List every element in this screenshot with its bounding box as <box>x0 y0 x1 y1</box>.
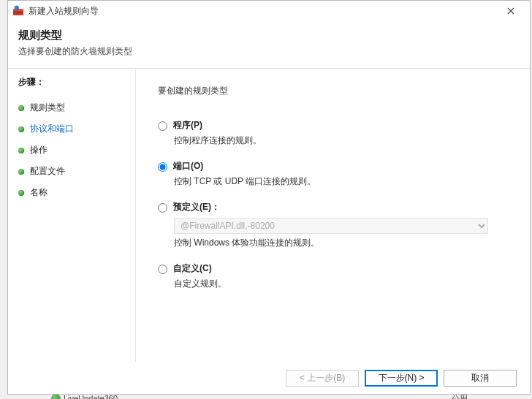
step-name[interactable]: 名称 <box>18 182 131 203</box>
content-panel: 要创建的规则类型 程序(P) 控制程序连接的规则。 端口(O) 控制 TCP 或… <box>136 69 530 362</box>
step-label: 规则类型 <box>30 102 65 114</box>
back-button-label: < 上一步(B) <box>300 372 345 384</box>
step-rule-type[interactable]: 规则类型 <box>18 97 131 118</box>
firewall-icon <box>12 5 24 17</box>
radio-predefined[interactable] <box>158 203 167 213</box>
background-row-label: LiveUpdate360 <box>64 394 118 399</box>
option-port: 端口(O) 控制 TCP 或 UDP 端口连接的规则。 <box>158 160 508 188</box>
wizard-footer: < 上一步(B) 下一步(N) > 取消 <box>8 362 530 394</box>
next-button[interactable]: 下一步(N) > <box>365 370 438 387</box>
bullet-icon <box>18 148 24 153</box>
steps-title: 步骤： <box>18 76 131 88</box>
wizard-window: 新建入站规则向导 规则类型 选择要创建的防火墙规则类型 步骤： 规则类型 协议和… <box>7 0 531 395</box>
bullet-icon <box>18 190 24 196</box>
steps-list: 规则类型 协议和端口 操作 配置文件 名称 <box>18 97 131 203</box>
next-button-label: 下一步(N) > <box>379 372 425 384</box>
step-label: 操作 <box>30 144 48 156</box>
step-protocol-port[interactable]: 协议和端口 <box>18 118 131 140</box>
predefined-select: @FirewallAPI.dll,-80200 <box>174 218 488 234</box>
wizard-header: 规则类型 选择要创建的防火墙规则类型 <box>8 21 530 69</box>
page-title: 规则类型 <box>18 28 520 42</box>
option-program: 程序(P) 控制程序连接的规则。 <box>158 119 508 147</box>
cancel-button-label: 取消 <box>471 372 489 384</box>
bullet-icon <box>18 105 24 111</box>
option-predefined: 预定义(E)： @FirewallAPI.dll,-80200 控制 Windo… <box>158 201 508 249</box>
step-action[interactable]: 操作 <box>18 140 131 161</box>
option-custom: 自定义(C) 自定义规则。 <box>158 262 508 290</box>
step-label: 配置文件 <box>30 165 65 178</box>
option-desc: 自定义规则。 <box>174 278 508 290</box>
option-label[interactable]: 端口(O) <box>173 160 203 172</box>
radio-custom[interactable] <box>158 265 167 274</box>
option-label[interactable]: 程序(P) <box>173 119 202 132</box>
page-subtitle: 选择要创建的防火墙规则类型 <box>18 45 520 58</box>
option-desc: 控制 TCP 或 UDP 端口连接的规则。 <box>174 175 508 188</box>
steps-panel: 步骤： 规则类型 协议和端口 操作 配置文件 <box>8 69 136 362</box>
option-label[interactable]: 预定义(E)： <box>173 201 220 213</box>
back-button: < 上一步(B) <box>286 370 359 387</box>
close-button[interactable] <box>496 3 525 19</box>
option-label[interactable]: 自定义(C) <box>173 262 212 275</box>
step-profile[interactable]: 配置文件 <box>18 161 131 182</box>
step-label: 名称 <box>30 186 48 199</box>
close-icon <box>507 7 514 15</box>
step-label: 协议和端口 <box>30 123 74 135</box>
wizard-body: 步骤： 规则类型 协议和端口 操作 配置文件 <box>8 69 530 362</box>
radio-program[interactable] <box>158 121 167 131</box>
radio-port[interactable] <box>158 162 167 172</box>
content-prompt: 要创建的规则类型 <box>158 85 508 97</box>
cancel-button[interactable]: 取消 <box>444 370 517 387</box>
option-desc: 控制 Windows 体验功能连接的规则。 <box>174 237 508 249</box>
window-title: 新建入站规则向导 <box>28 5 496 18</box>
option-desc: 控制程序连接的规则。 <box>174 134 508 147</box>
bullet-icon <box>18 126 24 132</box>
titlebar: 新建入站规则向导 <box>8 1 530 21</box>
bullet-icon <box>18 169 24 175</box>
